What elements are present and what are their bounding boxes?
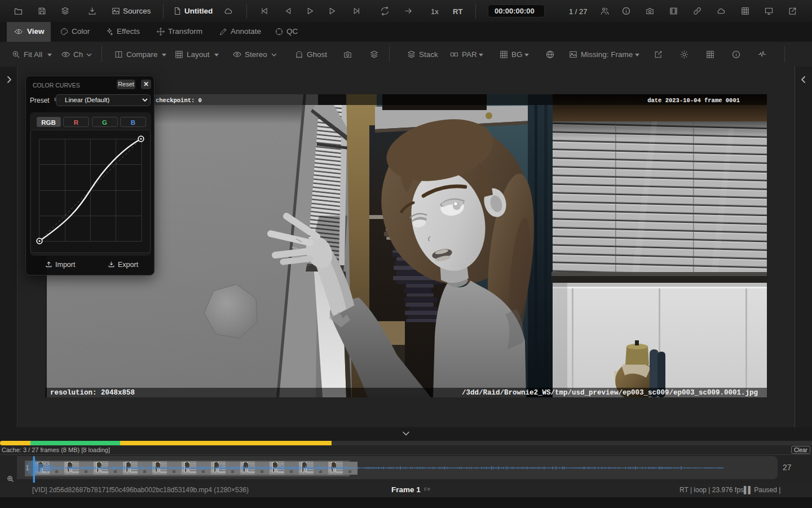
svg-text:1: 1 (25, 464, 29, 472)
svg-text:resolution: 2048x858: resolution: 2048x858 (50, 389, 135, 397)
svg-text:/3dd/Raid/Brownie2_WS/tmp/usd_: /3dd/Raid/Brownie2_WS/tmp/usd_preview/ep… (462, 389, 758, 397)
svg-text:checkpoint: 0: checkpoint: 0 (156, 97, 202, 104)
svg-text:date 2023-10-04 frame 0001: date 2023-10-04 frame 0001 (647, 97, 740, 104)
